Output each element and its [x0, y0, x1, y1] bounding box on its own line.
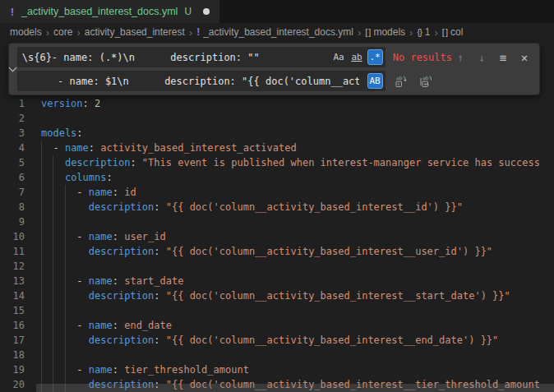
code-token: : [113, 187, 118, 198]
code-token: id [118, 187, 136, 198]
code-token: - [76, 320, 88, 331]
code-line[interactable] [41, 348, 554, 362]
code-token: : [154, 334, 159, 346]
code-line[interactable] [41, 259, 554, 274]
code-token: description [65, 157, 130, 168]
line-number[interactable]: 1 [0, 96, 25, 111]
line-number[interactable]: 3 [0, 126, 25, 141]
chevron-right-icon: › [358, 26, 361, 39]
line-number[interactable]: 15 [0, 303, 25, 318]
whole-word-button[interactable]: ab [349, 49, 365, 65]
code-token: : [113, 275, 118, 287]
code-token [89, 98, 95, 109]
line-number[interactable]: 4 [0, 141, 25, 155]
find-input[interactable]: \s{6}- name: (.*)\n description: "" Aa a… [17, 47, 385, 67]
code-token: end_date [118, 320, 172, 331]
code-line[interactable]: description: "{{ doc('column__activity_b… [41, 288, 554, 303]
line-number[interactable]: 10 [0, 229, 25, 244]
code-line[interactable]: version: 2 [41, 96, 554, 111]
horizontal-scrollbar[interactable] [36, 384, 554, 392]
regex-button[interactable]: .* [367, 49, 383, 65]
line-number[interactable]: 12 [0, 259, 25, 274]
code-token: - [76, 231, 88, 242]
code-line[interactable] [41, 111, 554, 126]
line-number[interactable]: 11 [0, 244, 25, 259]
code-token: "This event is published when interest-m… [136, 157, 540, 168]
code-line[interactable]: description: "{{ doc('column__activity_b… [41, 200, 554, 214]
line-number[interactable]: 5 [0, 155, 25, 170]
tab-title: _activity_based_interest_docs.yml [21, 6, 178, 17]
modified-dot-icon[interactable] [203, 8, 210, 15]
code-line[interactable]: - name: tier_threshold_amount [41, 362, 554, 377]
symbol-icon: {} [417, 27, 421, 37]
code-token [41, 275, 76, 287]
code-line[interactable]: - name: activity_based_interest_activate… [41, 141, 554, 155]
replace-input[interactable]: - name: $1\n description: "{{ doc('colum… [17, 71, 385, 91]
code-line[interactable] [41, 303, 554, 318]
code-line[interactable]: description: "This event is published wh… [41, 155, 554, 170]
code-token: description [89, 290, 154, 302]
git-untracked-badge: U [184, 6, 192, 17]
breadcrumb-item[interactable]: {}1 [417, 26, 430, 38]
code-token [41, 142, 53, 154]
line-number[interactable]: 8 [0, 200, 25, 214]
breadcrumb-item[interactable]: models [10, 26, 42, 38]
line-number[interactable]: 9 [0, 214, 25, 229]
line-number[interactable]: 20 [0, 377, 25, 392]
code-token: : [154, 290, 159, 302]
replace-all-button[interactable]: ab ac [418, 73, 434, 90]
breadcrumb-item[interactable]: activity_based_interest [85, 26, 185, 38]
breadcrumb-item[interactable]: core [53, 26, 72, 38]
toggle-replace-button[interactable] [9, 44, 17, 95]
replace-button[interactable]: ab c [393, 73, 409, 90]
code-line[interactable] [41, 214, 554, 229]
yaml-file-icon: ! [8, 6, 16, 18]
match-case-button[interactable]: Aa [331, 49, 347, 65]
arrow-up-icon: ↑ [457, 50, 464, 65]
breadcrumb-item[interactable]: [ ]models [365, 26, 405, 38]
code-token [41, 231, 76, 242]
line-number[interactable]: 18 [0, 348, 25, 362]
find-replace-widget: \s{6}- name: (.*)\n description: "" Aa a… [8, 43, 540, 95]
line-number[interactable]: 16 [0, 318, 25, 333]
code-line[interactable]: - name: end_date [41, 318, 554, 333]
close-find-button[interactable]: ✕ [516, 49, 533, 66]
breadcrumb-item[interactable]: !_activity_based_interest_docs.yml [196, 26, 353, 38]
code-token: description [89, 334, 154, 346]
line-number[interactable]: 19 [0, 362, 25, 377]
code-line[interactable]: - name: id [41, 185, 554, 200]
line-number[interactable]: 17 [0, 333, 25, 348]
vscode-window: ! _activity_based_interest_docs.yml U mo… [0, 0, 554, 392]
tab-bar: ! _activity_based_interest_docs.yml U [0, 0, 554, 23]
code-token: "{{ doc('column__activity_based_interest… [160, 290, 510, 302]
code-line[interactable]: columns: [41, 170, 554, 185]
code-line[interactable]: - name: start_date [41, 274, 554, 288]
code-line[interactable]: description: "{{ doc('column__activity_b… [41, 333, 554, 348]
line-number[interactable]: 7 [0, 185, 25, 200]
breadcrumb-label: core [53, 26, 72, 38]
preserve-case-button[interactable]: AB [367, 73, 383, 89]
code-token: : [154, 246, 159, 257]
line-number[interactable]: 2 [0, 111, 25, 126]
line-number[interactable]: 14 [0, 288, 25, 303]
code-token: description [89, 246, 154, 257]
line-number[interactable]: 6 [0, 170, 25, 185]
chevron-right-icon: › [76, 26, 80, 39]
code-token: : [76, 127, 82, 139]
editor[interactable]: 1234567891011121314151617181920 version:… [0, 41, 554, 392]
previous-match-button[interactable]: ↑ [452, 49, 469, 66]
code-token: user_id [118, 231, 166, 242]
breadcrumb-item[interactable]: [ ]col [442, 26, 464, 38]
code-token: activity_based_interest_activated [95, 142, 297, 154]
code-token: name [89, 187, 113, 198]
next-match-button[interactable]: ↓ [473, 49, 490, 66]
replace-value-text: - name: $1\n description: "{{ doc('colum… [22, 74, 359, 89]
find-fields: \s{6}- name: (.*)\n description: "" Aa a… [17, 44, 539, 95]
code-token: start_date [118, 275, 183, 287]
code-line[interactable]: description: "{{ doc('column__activity_b… [41, 244, 554, 259]
line-number[interactable]: 13 [0, 274, 25, 288]
code-line[interactable]: models: [41, 126, 554, 141]
code-line[interactable]: - name: user_id [41, 229, 554, 244]
find-in-selection-button[interactable]: ≡ [495, 49, 511, 66]
tab-active-file[interactable]: ! _activity_based_interest_docs.yml U [0, 0, 219, 23]
